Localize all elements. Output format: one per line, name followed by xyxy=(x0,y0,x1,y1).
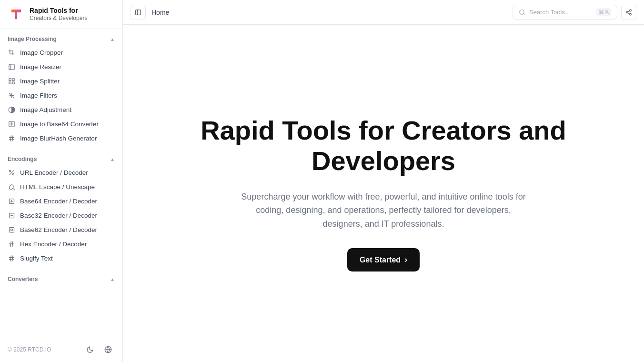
converters-section: Converters ▲ xyxy=(0,269,122,289)
dark-mode-button[interactable] xyxy=(83,343,97,356)
app-logo xyxy=(8,6,25,23)
svg-line-35 xyxy=(12,255,12,261)
wand-icon xyxy=(8,91,15,99)
url-encoder-label: URL Encoder / Decoder xyxy=(20,169,88,176)
svg-point-27 xyxy=(10,229,12,231)
svg-line-19 xyxy=(12,135,12,141)
svg-point-21 xyxy=(9,170,10,171)
arrow-icon: › xyxy=(404,255,407,265)
breadcrumb: Home xyxy=(151,9,169,16)
sidebar: Rapid Tools for Creators & Developers Im… xyxy=(0,0,123,362)
svg-line-34 xyxy=(10,255,11,261)
base32-label: Base32 Encoder / Decoder xyxy=(20,212,97,219)
slugify-label: Slugify Text xyxy=(20,255,53,262)
svg-line-41 xyxy=(523,13,525,15)
sidebar-item-hex-encoder[interactable]: Hex Encoder / Decoder xyxy=(0,237,122,251)
svg-line-10 xyxy=(13,97,14,98)
base64-label: Base64 Encoder / Decoder xyxy=(20,198,97,205)
encodings-header: Encodings ▲ xyxy=(0,153,122,165)
search-shortcut: ⌘ K xyxy=(596,8,611,16)
encodings-chevron-icon: ▲ xyxy=(110,157,115,162)
svg-line-18 xyxy=(10,135,11,141)
image-processing-label: Image Processing xyxy=(8,36,57,42)
app-title: Rapid Tools for xyxy=(30,7,87,15)
svg-point-22 xyxy=(12,173,14,175)
resize-icon xyxy=(8,63,15,70)
sidebar-item-html-escape[interactable]: HTML Escape / Unescape xyxy=(0,180,122,194)
search-placeholder-text: Search Tools... xyxy=(529,9,593,16)
converters-label: Converters xyxy=(8,276,38,282)
image-base64-icon xyxy=(8,120,15,128)
sidebar-item-image-blurhash[interactable]: Image BlurHash Generator xyxy=(0,131,122,145)
slugify-icon xyxy=(8,254,15,262)
svg-line-31 xyxy=(12,241,12,246)
encodings-label: Encodings xyxy=(8,156,37,162)
ampersand-icon xyxy=(8,183,15,191)
svg-line-45 xyxy=(628,12,630,13)
svg-line-46 xyxy=(628,10,630,11)
sidebar-item-base32[interactable]: Base32 Encoder / Decoder xyxy=(0,208,122,222)
topbar: Home Search Tools... ⌘ K xyxy=(123,0,644,25)
base64-icon xyxy=(8,197,15,205)
svg-line-30 xyxy=(10,241,11,246)
image-base64-label: Image to Base64 Converter xyxy=(20,121,99,128)
image-processing-section: Image Processing ▲ Image Cropper Image R… xyxy=(0,29,122,149)
image-filters-label: Image Filters xyxy=(20,92,57,99)
hero-subtitle: Supercharge your workflow with free, pow… xyxy=(241,190,526,231)
svg-rect-1 xyxy=(9,64,14,69)
base62-label: Base62 Encoder / Decoder xyxy=(20,226,97,233)
sidebar-item-image-base64[interactable]: Image to Base64 Converter xyxy=(0,117,122,131)
svg-rect-26 xyxy=(9,227,14,232)
globe-icon xyxy=(104,346,112,353)
get-started-label: Get Started xyxy=(360,256,401,264)
search-icon xyxy=(519,9,525,16)
sidebar-item-url-encoder[interactable]: URL Encoder / Decoder xyxy=(0,165,122,180)
chevron-up-icon: ▲ xyxy=(110,37,115,42)
sidebar-item-image-resizer[interactable]: Image Resizer xyxy=(0,60,122,74)
converters-header: Converters ▲ xyxy=(0,273,122,285)
sidebar-item-base62[interactable]: Base62 Encoder / Decoder xyxy=(0,222,122,237)
logo-text: Rapid Tools for Creators & Developers xyxy=(30,7,87,21)
svg-rect-5 xyxy=(9,81,10,83)
footer-icon-group xyxy=(83,343,115,356)
svg-rect-4 xyxy=(12,78,14,80)
search-box[interactable]: Search Tools... ⌘ K xyxy=(513,5,617,20)
sidebar-item-image-filters[interactable]: Image Filters xyxy=(0,88,122,102)
sidebar-footer: © 2025 RTCD.IO xyxy=(0,337,122,362)
sidebar-item-image-cropper[interactable]: Image Cropper xyxy=(0,45,122,60)
sidebar-header: Rapid Tools for Creators & Developers xyxy=(0,0,122,29)
image-adjustment-label: Image Adjustment xyxy=(20,106,71,113)
get-started-button[interactable]: Get Started › xyxy=(347,248,420,272)
svg-line-9 xyxy=(9,93,10,94)
main-area: Home Search Tools... ⌘ K xyxy=(123,0,644,362)
blurhash-icon xyxy=(8,134,15,142)
hex-icon xyxy=(8,240,15,248)
base62-icon xyxy=(8,226,15,233)
sidebar-item-slugify[interactable]: Slugify Text xyxy=(0,251,122,265)
encodings-section: Encodings ▲ URL Encoder / Decoder HTML E… xyxy=(0,149,122,269)
hex-encoder-label: Hex Encoder / Decoder xyxy=(20,241,87,248)
hero-section: Rapid Tools for Creators and Developers … xyxy=(123,25,644,362)
sidebar-item-image-splitter[interactable]: Image Splitter xyxy=(0,74,122,88)
sidebar-item-image-adjustment[interactable]: Image Adjustment xyxy=(0,102,122,117)
image-splitter-label: Image Splitter xyxy=(20,78,60,85)
converters-chevron-icon: ▲ xyxy=(110,277,115,282)
image-cropper-label: Image Cropper xyxy=(20,49,63,56)
language-button[interactable] xyxy=(101,343,115,356)
sidebar-item-base64[interactable]: Base64 Encoder / Decoder xyxy=(0,194,122,208)
svg-line-20 xyxy=(10,171,14,175)
svg-rect-6 xyxy=(12,81,14,83)
image-processing-header: Image Processing ▲ xyxy=(0,33,122,45)
app-subtitle: Creators & Developers xyxy=(30,15,87,21)
sidebar-toggle-button[interactable] xyxy=(131,5,146,20)
base32-icon xyxy=(8,211,15,219)
share-icon xyxy=(625,9,632,16)
topbar-left: Home xyxy=(131,5,169,20)
topbar-right: Search Tools... ⌘ K xyxy=(513,5,636,20)
sidebar-toggle-icon xyxy=(135,9,141,16)
moon-icon xyxy=(86,346,94,353)
share-button[interactable] xyxy=(621,5,636,20)
svg-rect-3 xyxy=(9,78,10,80)
hero-title: Rapid Tools for Creators and Developers xyxy=(198,115,569,177)
grid-icon xyxy=(8,77,15,85)
